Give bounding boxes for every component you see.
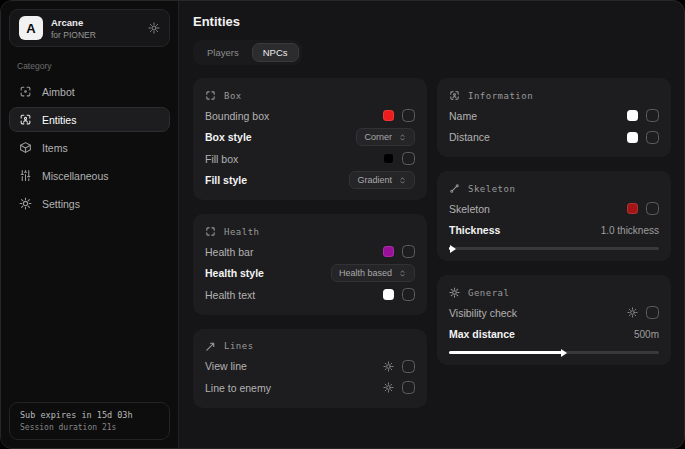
slider-thumb[interactable]: [561, 349, 567, 357]
slider-thumb[interactable]: [450, 245, 456, 253]
sidebar-item-label: Aimbot: [42, 86, 75, 98]
row-line-to-enemy: Line to enemy: [205, 377, 415, 399]
package-icon: [19, 141, 32, 154]
left-column: Box Bounding box Box style Corner: [193, 78, 427, 408]
row-label: Health bar: [205, 246, 253, 258]
page-title: Entities: [193, 14, 671, 29]
skeleton-card: Skeleton Skeleton Thickness 1.0 thicknes…: [437, 171, 671, 261]
box-style-select[interactable]: Corner: [356, 128, 415, 146]
row-label: Skeleton: [449, 203, 490, 215]
card-title: Lines: [224, 341, 254, 351]
box-card-header: Box: [205, 86, 415, 105]
max-distance-value: 500m: [634, 329, 659, 340]
checkbox[interactable]: [646, 131, 659, 144]
unfold-icon: [398, 269, 407, 278]
row-health-bar: Health bar: [205, 241, 415, 263]
row-health-text: Health text: [205, 284, 415, 306]
skeleton-card-header: Skeleton: [449, 179, 659, 198]
checkbox[interactable]: [402, 381, 415, 394]
color-swatch[interactable]: [627, 203, 638, 214]
row-max-distance: Max distance 500m: [449, 324, 659, 346]
sub-expiry-text: Sub expires in 15d 03h: [20, 410, 159, 420]
health-card: Health Health bar Health style Health ba…: [193, 214, 427, 315]
sliders-icon: [19, 169, 32, 182]
checkbox[interactable]: [646, 306, 659, 319]
tab-npcs[interactable]: NPCs: [252, 43, 299, 62]
gear-icon[interactable]: [148, 22, 160, 34]
sidebar: A Arcane for PIONER Category Aimbot Enti…: [1, 1, 179, 448]
sidebar-item-items[interactable]: Items: [9, 135, 170, 160]
sidebar-item-miscellaneous[interactable]: Miscellaneous: [9, 163, 170, 188]
tab-players[interactable]: Players: [196, 43, 250, 62]
checkbox[interactable]: [402, 109, 415, 122]
slider-fill: [449, 351, 562, 354]
color-swatch[interactable]: [383, 289, 394, 300]
general-card-header: General: [449, 283, 659, 302]
checkbox[interactable]: [402, 288, 415, 301]
sidebar-item-label: Miscellaneous: [42, 170, 109, 182]
color-swatch[interactable]: [627, 110, 638, 121]
select-value: Gradient: [357, 175, 392, 185]
sidebar-item-label: Settings: [42, 198, 80, 210]
row-fill-box: Fill box: [205, 148, 415, 170]
gear-icon[interactable]: [627, 307, 638, 318]
color-swatch[interactable]: [383, 153, 394, 164]
session-duration-text: Session duration 21s: [20, 423, 159, 432]
app-window: A Arcane for PIONER Category Aimbot Enti…: [0, 0, 685, 449]
lines-card: Lines View line Line to enemy: [193, 329, 427, 408]
logo-monogram: A: [19, 16, 43, 40]
app-title: Arcane: [51, 17, 96, 28]
logo-text: Arcane for PIONER: [51, 17, 96, 40]
color-swatch[interactable]: [383, 246, 394, 257]
slider-track[interactable]: [449, 247, 659, 250]
row-health-style: Health style Health based: [205, 263, 415, 285]
card-title: General: [468, 288, 509, 298]
color-swatch[interactable]: [383, 110, 394, 121]
gear-icon: [19, 197, 32, 210]
gear-icon[interactable]: [383, 382, 394, 393]
scan-icon: [19, 85, 32, 98]
category-label: Category: [17, 61, 162, 71]
subscription-info: Sub expires in 15d 03h Session duration …: [9, 402, 170, 440]
health-style-select[interactable]: Health based: [331, 264, 415, 282]
checkbox[interactable]: [646, 202, 659, 215]
lines-card-header: Lines: [205, 337, 415, 356]
checkbox[interactable]: [646, 109, 659, 122]
fill-style-select[interactable]: Gradient: [349, 171, 415, 189]
row-bounding-box: Bounding box: [205, 105, 415, 127]
row-thickness: Thickness 1.0 thickness: [449, 220, 659, 242]
sidebar-item-aimbot[interactable]: Aimbot: [9, 79, 170, 104]
sidebar-item-settings[interactable]: Settings: [9, 191, 170, 216]
row-skeleton: Skeleton: [449, 198, 659, 220]
card-title: Information: [468, 91, 533, 101]
row-visibility-check: Visibility check: [449, 302, 659, 324]
row-label: Health text: [205, 289, 255, 301]
row-distance: Distance: [449, 127, 659, 149]
row-label: Thickness: [449, 224, 500, 236]
row-label: Health style: [205, 267, 264, 279]
row-label: Name: [449, 110, 477, 122]
checkbox[interactable]: [402, 152, 415, 165]
row-label: Fill style: [205, 174, 247, 186]
card-title: Skeleton: [468, 184, 515, 194]
checkbox[interactable]: [402, 360, 415, 373]
thickness-value: 1.0 thickness: [601, 225, 659, 236]
row-label: Max distance: [449, 328, 515, 340]
row-label: View line: [205, 360, 247, 372]
sidebar-item-entities[interactable]: Entities: [9, 107, 170, 132]
scan-icon: [205, 90, 216, 101]
select-value: Health based: [339, 268, 392, 278]
slider-fill: [449, 247, 451, 250]
thickness-slider[interactable]: [449, 244, 659, 252]
color-swatch[interactable]: [627, 132, 638, 143]
gear-icon[interactable]: [383, 361, 394, 372]
sidebar-item-label: Entities: [42, 114, 76, 126]
checkbox[interactable]: [402, 245, 415, 258]
tab-group: Players NPCs: [193, 40, 302, 65]
row-box-style: Box style Corner: [205, 127, 415, 149]
card-title: Health: [224, 227, 260, 237]
scan-icon: [205, 226, 216, 237]
row-label: Visibility check: [449, 307, 517, 319]
general-card: General Visibility check Max distance 50…: [437, 275, 671, 365]
max-distance-slider[interactable]: [449, 348, 659, 356]
